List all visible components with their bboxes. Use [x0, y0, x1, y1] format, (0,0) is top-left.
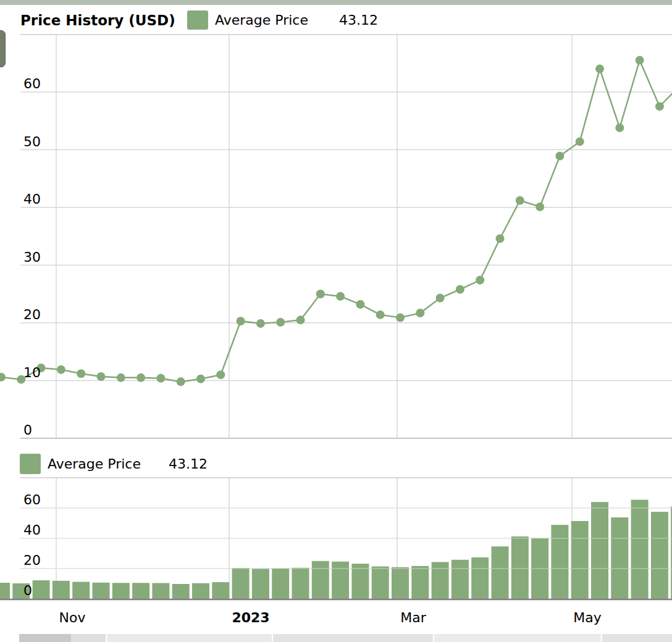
- legend-series-value: 43.12: [339, 10, 378, 30]
- gridlines: [20, 35, 672, 599]
- navigator-bars: [0, 500, 672, 599]
- legend-swatch-icon[interactable]: [187, 10, 208, 30]
- price-history-chart[interactable]: [0, 0, 672, 642]
- scrollbar-track-segment: [71, 634, 106, 642]
- scrollbar-track-segment: [107, 634, 272, 642]
- scrollbar-thumb[interactable]: [19, 634, 71, 642]
- navigator-legend-swatch-icon[interactable]: [20, 454, 41, 474]
- price-line-series: [0, 56, 672, 386]
- legend-series-label[interactable]: Average Price: [215, 10, 308, 30]
- navigator-legend-series-value: 43.12: [169, 454, 208, 473]
- scrollbar-track-segment: [434, 634, 601, 642]
- scrollbar-track-segment: [602, 634, 672, 642]
- scrollbar-track-segment: [273, 634, 433, 642]
- navigator-legend-series-label[interactable]: Average Price: [48, 454, 141, 473]
- horizontal-scrollbar-track[interactable]: [0, 634, 672, 642]
- page-title: Price History (USD): [20, 11, 175, 30]
